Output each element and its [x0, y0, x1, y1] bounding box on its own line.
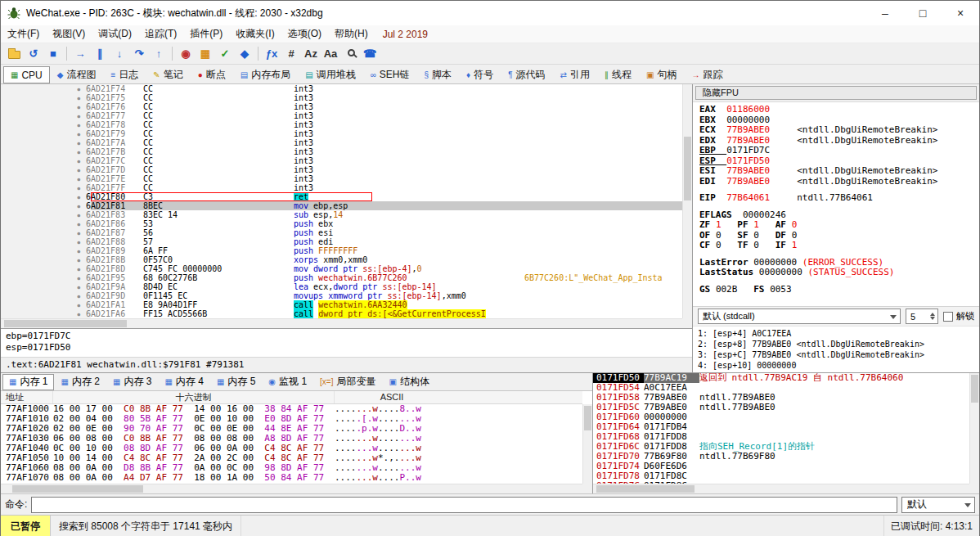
menu-file[interactable]: 文件(F) — [1, 25, 46, 43]
tab-struct[interactable]: ▣结构体 — [383, 374, 436, 390]
breakpoint-dot-icon[interactable]: ● — [1, 156, 86, 165]
disasm-row[interactable]: ●6AD21F8DC745 FC 00000000mov dword ptr s… — [1, 264, 682, 273]
tab-callstack[interactable]: ▤调用堆栈 — [298, 66, 362, 83]
breakpoint-dot-icon[interactable]: ● — [1, 309, 86, 318]
disasm-row[interactable]: ●6AD21F896A FFpush FFFFFFFF — [1, 246, 682, 255]
breakpoint-dot-icon[interactable]: ● — [1, 129, 86, 138]
breakpoint-dot-icon[interactable]: ● — [1, 201, 86, 210]
find-icon[interactable] — [340, 45, 360, 63]
tab-trace-view[interactable]: →跟踪 — [684, 66, 730, 83]
menu-trace[interactable]: 追踪(T) — [138, 25, 183, 43]
tab-seh[interactable]: ∞SEH链 — [363, 66, 417, 83]
breakpoint-dot-icon[interactable]: ● — [1, 111, 86, 120]
letters-icon[interactable]: Aa — [321, 45, 340, 63]
hash-icon[interactable]: # — [281, 45, 301, 63]
breakpoint-dot-icon[interactable]: ● — [1, 84, 86, 93]
run-icon[interactable]: → — [70, 45, 90, 63]
disasm-row[interactable]: ●6AD21F7CCCint3 — [1, 156, 682, 165]
breakpoint-dot-icon[interactable]: ● — [1, 210, 86, 219]
disasm-row[interactable]: ●6AD21FA1E8 9A04D1FFcall wechatwin.6AA32… — [1, 300, 682, 309]
minimize-button[interactable]: – — [866, 1, 904, 25]
tab-graph[interactable]: ◆流程图 — [50, 66, 104, 83]
disasm-row[interactable]: ●6AD21F7ECCint3 — [1, 174, 682, 183]
breakpoint-dot-icon[interactable]: ● — [1, 255, 86, 264]
disasm-row[interactable]: ●6AD21F9568 60C2776Bpush wechatwin.6B77C… — [1, 273, 682, 282]
disasm-row[interactable]: ●6AD21F80C3ret — [1, 192, 682, 201]
tab-references[interactable]: ⇄引用 — [553, 66, 597, 83]
menu-plugins[interactable]: 插件(P) — [183, 25, 229, 43]
tab-dump2[interactable]: ▦内存 2 — [54, 374, 106, 390]
strings-icon[interactable]: Az — [301, 45, 321, 63]
tab-symbols[interactable]: ♦符号 — [459, 66, 501, 83]
tab-dump5[interactable]: ▦内存 5 — [210, 374, 262, 390]
breakpoint-dot-icon[interactable]: ● — [1, 93, 86, 102]
tab-locals[interactable]: [x=]局部变量 — [313, 374, 382, 390]
breakpoint-dot-icon[interactable]: ● — [1, 228, 86, 237]
close-button[interactable]: × — [942, 1, 979, 25]
disasm-row[interactable]: ●6AD21F8857push edi — [1, 237, 682, 246]
step-over-icon[interactable]: ↷ — [129, 45, 149, 63]
breakpoint-dot-icon[interactable]: ● — [1, 237, 86, 246]
breakpoint-dot-icon[interactable]: ● — [1, 183, 86, 192]
breakpoint-dot-icon[interactable]: ● — [1, 120, 86, 129]
pause-icon[interactable]: ∥ — [90, 45, 110, 63]
breakpoint-dot-icon[interactable]: ● — [1, 273, 86, 282]
breakpoint-dot-icon[interactable]: ● — [1, 219, 86, 228]
breakpoint-dot-icon[interactable]: ● — [1, 192, 86, 201]
menu-options[interactable]: 选项(O) — [281, 25, 328, 43]
tab-dump3[interactable]: ▦内存 3 — [106, 374, 158, 390]
spinner-up-icon[interactable] — [930, 313, 935, 316]
disasm-row[interactable]: ●6AD21F76CCint3 — [1, 102, 682, 111]
disasm-row[interactable]: ●6AD21F7DCCint3 — [1, 165, 682, 174]
tab-log[interactable]: ≡日志 — [104, 66, 146, 83]
menu-favourites[interactable]: 收藏夹(I) — [229, 25, 281, 43]
disassembly-vertical-scrollbar[interactable] — [682, 84, 692, 318]
breakpoint-dot-icon[interactable]: ● — [1, 282, 86, 291]
tab-dump4[interactable]: ▦内存 4 — [158, 374, 209, 390]
breakpoint-dot-icon[interactable]: ● — [1, 102, 86, 111]
breakpoint-dot-icon[interactable]: ● — [1, 300, 86, 309]
breakpoint-dot-icon[interactable]: ● — [1, 165, 86, 174]
disasm-row[interactable]: ●6AD21F78CCint3 — [1, 120, 682, 129]
stack-pane[interactable]: 0171FD5077B9AC19返回到 ntdll.77B9AC19 自 ntd… — [593, 373, 979, 493]
command-input[interactable] — [31, 497, 897, 513]
breakpoint-dot-icon[interactable]: ● — [1, 147, 86, 156]
open-file-icon[interactable] — [4, 45, 24, 63]
tab-dump1[interactable]: ▦内存 1 — [2, 374, 54, 390]
breakpoint-dot-icon[interactable]: ● — [1, 291, 86, 300]
menu-debug[interactable]: 调试(D) — [92, 25, 138, 43]
command-script-select[interactable]: 默认 — [901, 497, 975, 513]
disasm-row[interactable]: ●6AD21F8B0F57C0xorps xmm0,xmm0 — [1, 255, 682, 264]
breakpoint-dot-icon[interactable]: ● — [1, 264, 86, 273]
dump-horizontal-scrollbar[interactable] — [1, 484, 582, 493]
registers-body[interactable]: EAX 01186000EBX 00000000ECX 77B9ABE0 <nt… — [693, 102, 979, 306]
disasm-row[interactable]: ●6AD21F9D0F1145 ECmovups xmmword ptr ss:… — [1, 291, 682, 300]
disasm-row[interactable]: ●6AD21F8383EC 14sub esp,14 — [1, 210, 682, 219]
tab-source[interactable]: ¶源代码 — [501, 66, 552, 83]
stack-horizontal-scrollbar[interactable] — [593, 484, 969, 493]
disasm-row[interactable]: ●6AD21F8756push esi — [1, 228, 682, 237]
disasm-row[interactable]: ●6AD21F8653push ebx — [1, 219, 682, 228]
tab-script[interactable]: §脚本 — [417, 66, 460, 83]
tab-threads[interactable]: ∥线程 — [597, 66, 639, 83]
breakpoint-dot-icon[interactable]: ● — [1, 246, 86, 255]
disasm-row[interactable]: ●6AD21F7BCCint3 — [1, 147, 682, 156]
calling-convention-select[interactable]: 默认 (stdcall) — [698, 309, 901, 324]
attach-icon[interactable]: ☎ — [360, 45, 380, 63]
disasm-row[interactable]: ●6AD21FA6FF15 ACD5566Bcall dword ptr ds:… — [1, 309, 682, 318]
tab-watch1[interactable]: ◉监视 1 — [262, 374, 313, 390]
dump-pane[interactable]: 地址 十六进制 ASCII 77AF100016 00 17 00 C0 8B … — [1, 391, 592, 493]
menu-view[interactable]: 视图(V) — [46, 25, 92, 43]
breakpoint-dot-icon[interactable]: ● — [1, 138, 86, 147]
disasm-row[interactable]: ●6AD21F75CCint3 — [1, 93, 682, 102]
disassembly-pane[interactable]: ●6AD21F74CCint3●6AD21F75CCint3●6AD21F76C… — [1, 84, 692, 328]
restart-icon[interactable]: ↺ — [24, 45, 43, 63]
spinner-down-icon[interactable] — [930, 317, 935, 320]
tab-handles[interactable]: ▣句柄 — [639, 66, 684, 83]
disasm-row[interactable]: ●6AD21F9A8D4D EClea ecx,dword ptr ss:[eb… — [1, 282, 682, 291]
unlock-checkbox[interactable] — [943, 312, 953, 322]
breakpoint-dot-icon[interactable]: ● — [1, 174, 86, 183]
tab-cpu[interactable]: ▦CPU — [3, 66, 50, 83]
stop-icon[interactable]: ■ — [43, 45, 63, 63]
hide-fpu-button[interactable]: 隐藏FPU — [695, 86, 977, 100]
